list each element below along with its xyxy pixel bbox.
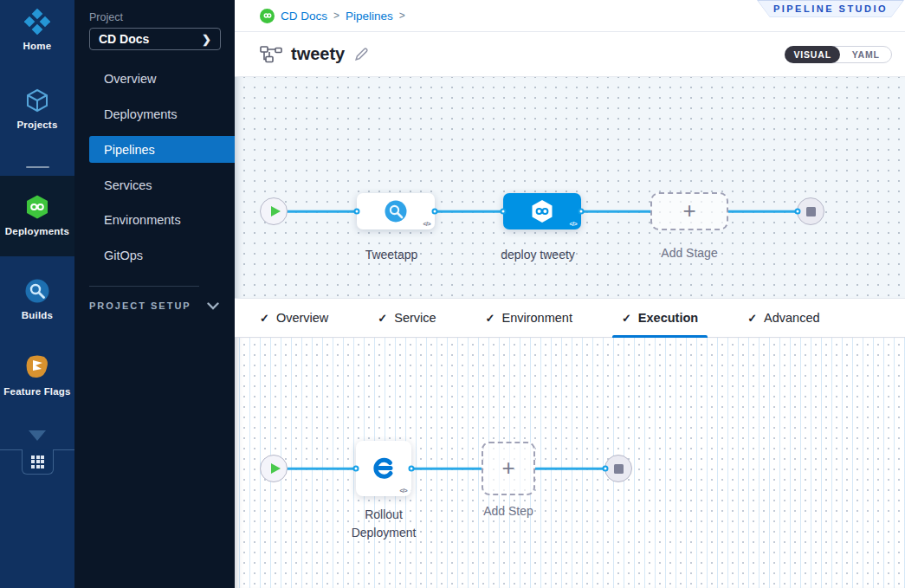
visual-toggle-button[interactable]: VISUAL	[785, 46, 840, 63]
pipeline-title: tweety	[291, 44, 345, 64]
module-deployments[interactable]: Deployments	[0, 194, 74, 236]
stop-icon	[614, 464, 624, 474]
pipeline-start-node[interactable]	[260, 197, 288, 225]
pipeline-studio-badge: PIPELINE STUDIO	[757, 0, 904, 17]
code-glyph: </>	[569, 221, 577, 227]
stage-label: Add Stage	[661, 246, 717, 260]
project-sidebar: Project CD Docs ❯ Overview Deployments P…	[74, 0, 235, 588]
module-feature-flags[interactable]: Feature Flags	[0, 354, 74, 397]
node-port[interactable]	[579, 209, 585, 215]
plus-icon: +	[682, 199, 695, 222]
pipeline-end-node[interactable]	[797, 197, 824, 225]
project-label: Project	[89, 11, 123, 23]
breadcrumb-separator: >	[333, 10, 339, 22]
sidebar-item-deployments[interactable]: Deployments	[74, 100, 235, 127]
step-label: Add Step	[483, 504, 533, 518]
node-port[interactable]	[603, 466, 609, 472]
sidebar-item-gitops[interactable]: GitOps	[74, 242, 235, 268]
tab-label: Environment	[502, 311, 572, 325]
breadcrumb-project-link[interactable]: CD Docs	[281, 10, 327, 23]
check-icon: ✓	[622, 312, 631, 325]
module-home[interactable]: Home	[0, 9, 74, 51]
deploy-stage-icon	[384, 199, 408, 223]
code-glyph: </>	[399, 488, 407, 494]
pipeline-studio-badge-text: PIPELINE STUDIO	[758, 1, 903, 17]
edge	[411, 468, 482, 470]
tab-label: Service	[394, 311, 436, 325]
sidebar-item-label: Services	[104, 178, 152, 192]
breadcrumb-row: CD Docs > Pipelines > PIPELINE STUDIO	[235, 0, 905, 32]
node-port[interactable]	[354, 209, 360, 215]
tab-overview[interactable]: ✓Overview	[260, 299, 328, 337]
module-home-label: Home	[23, 41, 52, 51]
step-node-rollout-deployment[interactable]: </>	[356, 441, 411, 496]
edge	[435, 210, 503, 213]
node-port[interactable]	[353, 466, 359, 472]
stop-icon	[806, 207, 816, 216]
node-port[interactable]	[795, 209, 801, 215]
execution-end-node[interactable]	[604, 455, 632, 482]
breadcrumb-separator: >	[399, 10, 405, 22]
tab-label: Execution	[638, 311, 698, 325]
tab-advanced[interactable]: ✓Advanced	[747, 299, 819, 337]
view-mode-toggle: VISUAL YAML	[785, 46, 892, 63]
project-setup-label: PROJECT SETUP	[89, 300, 191, 311]
add-step-button[interactable]: +	[482, 442, 535, 495]
edge	[581, 210, 650, 213]
main-content: CD Docs > Pipelines > PIPELINE STUDIO tw…	[235, 0, 905, 588]
check-icon: ✓	[260, 312, 269, 325]
chevron-down-icon	[207, 302, 219, 310]
cd-module-icon	[260, 9, 275, 23]
home-icon	[24, 9, 50, 35]
sidebar-item-label: Overview	[104, 72, 156, 86]
tab-service[interactable]: ✓Service	[378, 299, 436, 337]
plus-icon: +	[501, 456, 514, 479]
sidebar-item-overview[interactable]: Overview	[74, 65, 235, 92]
module-deployments-label: Deployments	[5, 226, 69, 236]
add-stage-button[interactable]: +	[650, 192, 728, 230]
rail-more-chevron-icon[interactable]	[29, 430, 46, 441]
node-port[interactable]	[409, 466, 415, 472]
sidebar-item-label: Environments	[104, 213, 181, 227]
builds-icon	[24, 278, 50, 304]
stage-label: Tweetapp	[365, 248, 418, 262]
sidebar-divider	[89, 286, 199, 287]
module-builds[interactable]: Builds	[0, 278, 74, 320]
node-port[interactable]	[432, 209, 438, 215]
pipeline-graph-icon	[260, 46, 282, 63]
sidebar-item-services[interactable]: Services	[74, 171, 235, 198]
check-icon: ✓	[486, 312, 495, 325]
stage-label: deploy tweety	[501, 248, 575, 262]
deployments-icon	[24, 194, 50, 220]
sidebar-item-environments[interactable]: Environments	[74, 206, 235, 233]
app-grid-button[interactable]	[22, 449, 54, 475]
sidebar-item-pipelines[interactable]: Pipelines	[89, 136, 235, 163]
module-projects[interactable]: Projects	[0, 87, 74, 130]
k8s-rolling-icon	[371, 456, 397, 481]
step-label: Rollout Deployment	[340, 506, 427, 542]
stage-node-deploy-tweety[interactable]: </>	[503, 193, 581, 229]
check-icon: ✓	[378, 312, 387, 325]
project-selector[interactable]: CD Docs ❯	[89, 28, 221, 50]
code-glyph: </>	[423, 221, 430, 227]
tab-execution[interactable]: ✓Execution	[622, 299, 698, 337]
play-icon	[271, 463, 281, 474]
cd-stage-icon	[528, 197, 556, 225]
tab-label: Advanced	[764, 311, 820, 325]
sidebar-item-label: Pipelines	[104, 143, 155, 157]
yaml-toggle-button[interactable]: YAML	[840, 47, 891, 62]
rail-divider	[26, 166, 49, 168]
execution-start-node[interactable]	[260, 455, 288, 482]
projects-icon	[24, 87, 50, 113]
project-setup-toggle[interactable]: PROJECT SETUP	[89, 300, 219, 311]
breadcrumb: CD Docs > Pipelines >	[260, 9, 405, 23]
module-builds-label: Builds	[22, 310, 53, 320]
tab-environment[interactable]: ✓Environment	[486, 299, 572, 337]
edit-pencil-icon[interactable]	[353, 47, 369, 62]
node-port[interactable]	[501, 209, 507, 215]
chevron-right-icon: ❯	[202, 33, 211, 46]
edge	[728, 210, 798, 213]
stage-node-tweetapp[interactable]: </>	[357, 193, 435, 229]
breadcrumb-pipelines-link[interactable]: Pipelines	[346, 10, 393, 23]
stage-canvas: </> </> + Tweetapp deploy tweety Add Sta…	[235, 77, 905, 298]
